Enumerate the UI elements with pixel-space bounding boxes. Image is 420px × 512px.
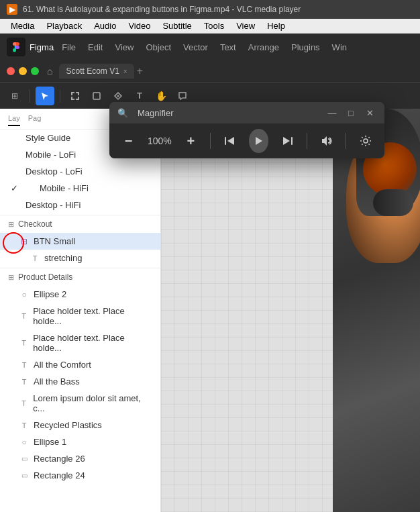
vlc-prev-button[interactable] bbox=[221, 131, 238, 151]
traffic-light-yellow[interactable] bbox=[19, 67, 27, 75]
sidebar-item-label: All the Comfort bbox=[34, 360, 91, 370]
figma-brand-label: Figma bbox=[30, 42, 54, 52]
svg-rect-10 bbox=[225, 137, 226, 145]
vlc-controls-bar: − 100% + bbox=[109, 123, 384, 158]
layers-tab[interactable]: Lay bbox=[8, 111, 20, 126]
sidebar-item-label: stretching bbox=[44, 253, 82, 263]
text-icon: T bbox=[19, 399, 29, 407]
traffic-light-red[interactable] bbox=[7, 67, 15, 75]
sidebar-item-label: Style Guide bbox=[25, 133, 70, 143]
vlc-zoom-percentage: 100% bbox=[148, 136, 172, 146]
vlc-plus-button[interactable]: + bbox=[182, 131, 199, 151]
vlc-play-button[interactable] bbox=[249, 129, 269, 153]
figma-toolbar: Figma File Edit View Object Vector Text … bbox=[0, 34, 420, 60]
sidebar-item-placeholder-2[interactable]: T Place holder text. Place holde... bbox=[0, 329, 160, 356]
sidebar-item-ellipse-2[interactable]: ○ Ellipse 2 bbox=[0, 286, 160, 303]
tab-bar: ⌂ Scott Ecom V1 × + bbox=[0, 60, 420, 82]
text-icon: T bbox=[19, 339, 29, 347]
menu-video[interactable]: Video bbox=[123, 19, 156, 32]
group-product-details-label: Product Details bbox=[18, 272, 72, 282]
ellipse-icon: ○ bbox=[19, 438, 30, 447]
sidebar-item-desktop-hifi[interactable]: Desktop - HiFi bbox=[0, 197, 160, 213]
figma-menu-vector[interactable]: Vector bbox=[179, 40, 212, 55]
figma-menu-arrange[interactable]: Arrange bbox=[244, 40, 283, 55]
sidebar-item-label: Desktop - LoFi bbox=[25, 166, 83, 176]
shape-tool-button[interactable] bbox=[87, 87, 106, 105]
sidebar-item-label: Desktop - HiFi bbox=[25, 200, 81, 210]
menu-media[interactable]: Media bbox=[5, 19, 40, 32]
component-icon: ⊟ bbox=[19, 237, 30, 246]
tab-name: Scott Ecom V1 bbox=[66, 66, 119, 76]
sidebar-item-all-bass[interactable]: T All the Bass bbox=[0, 373, 160, 390]
sidebar-item-mobile-hifi[interactable]: Mobile - HiFi bbox=[0, 180, 160, 197]
text-icon: T bbox=[19, 378, 30, 386]
svg-point-12 bbox=[364, 139, 368, 143]
sidebar-item-label: All the Bass bbox=[34, 376, 80, 387]
tool-separator-1 bbox=[30, 89, 30, 103]
menu-playback[interactable]: Playback bbox=[41, 19, 87, 32]
figma-menu-edit[interactable]: Edit bbox=[84, 40, 107, 55]
figma-menu-view[interactable]: View bbox=[111, 40, 138, 55]
sidebar-item-btn-small[interactable]: ⊟ BTN Small bbox=[0, 233, 160, 250]
ellipse-icon: ○ bbox=[19, 290, 30, 299]
group-checkout-label: Checkout bbox=[18, 219, 52, 229]
home-icon[interactable]: ⌂ bbox=[47, 66, 52, 76]
tab-close-button[interactable]: × bbox=[123, 68, 127, 75]
figma-menu-file[interactable]: File bbox=[58, 40, 80, 55]
sidebar-item-rectangle-24[interactable]: ▭ Rectangle 24 bbox=[0, 467, 160, 484]
rectangle-icon: ▭ bbox=[19, 472, 30, 479]
sidebar-item-all-comfort[interactable]: T All the Comfort bbox=[0, 356, 160, 373]
main-layout: Lay Pag Style Guide Mobile - LoFi Deskto… bbox=[0, 109, 420, 512]
text-icon: T bbox=[19, 312, 29, 320]
sidebar-item-recycled-plastics[interactable]: T Recycled Plastics bbox=[0, 417, 160, 433]
tab-add-button[interactable]: + bbox=[137, 65, 143, 77]
rectangle-icon: ▭ bbox=[19, 455, 30, 462]
sidebar-item-rectangle-26[interactable]: ▭ Rectangle 26 bbox=[0, 450, 160, 467]
vlc-magnifier-title-bar: 🔍 Magnifier — □ ✕ bbox=[109, 102, 384, 123]
vlc-minimize-button[interactable]: — bbox=[325, 106, 339, 119]
figma-menu-plugins[interactable]: Plugins bbox=[287, 40, 324, 55]
canvas-area[interactable] bbox=[161, 109, 420, 512]
figma-tab[interactable]: Scott Ecom V1 × bbox=[59, 64, 134, 79]
vlc-separator-2 bbox=[307, 133, 307, 149]
sidebar-item-stretching[interactable]: T stretching bbox=[0, 250, 160, 266]
os-menu-bar: Media Playback Audio Video Subtitle Tool… bbox=[0, 19, 420, 34]
sidebar-item-desktop-lofi[interactable]: Desktop - LoFi bbox=[0, 163, 160, 180]
vlc-volume-button[interactable] bbox=[318, 131, 335, 151]
menu-audio[interactable]: Audio bbox=[89, 19, 121, 32]
text-icon: T bbox=[30, 254, 40, 262]
traffic-light-green[interactable] bbox=[31, 67, 39, 75]
vlc-magnifier-title: Magnifier bbox=[138, 108, 320, 118]
sidebar-item-placeholder-1[interactable]: T Place holder text. Place holde... bbox=[0, 303, 160, 329]
figma-menu-object[interactable]: Object bbox=[142, 40, 175, 55]
pages-tab[interactable]: Pag bbox=[28, 111, 42, 126]
vlc-maximize-button[interactable]: □ bbox=[344, 106, 358, 119]
vlc-settings-button[interactable] bbox=[357, 131, 374, 151]
menu-subtitle[interactable]: Subtitle bbox=[157, 19, 197, 32]
figma-menu-win[interactable]: Win bbox=[328, 40, 351, 55]
sidebar-item-ellipse-1[interactable]: ○ Ellipse 1 bbox=[0, 433, 160, 450]
traffic-lights bbox=[7, 67, 39, 75]
move-tool-button[interactable] bbox=[36, 87, 54, 105]
menu-tools[interactable]: Tools bbox=[199, 19, 229, 32]
vlc-close-button[interactable]: ✕ bbox=[363, 106, 376, 119]
vlc-minus-button[interactable]: − bbox=[120, 131, 137, 151]
layers-tool-button[interactable]: ⊞ bbox=[5, 87, 24, 105]
vlc-separator-1 bbox=[210, 133, 211, 149]
sidebar-item-label: Ellipse 2 bbox=[34, 289, 66, 299]
group-product-details-icon: ⊞ bbox=[8, 273, 14, 282]
group-product-details[interactable]: ⊞ Product Details bbox=[0, 268, 160, 286]
sidebar-item-label: Mobile - LoFi bbox=[25, 150, 76, 160]
sidebar-item-lorem-ipsum[interactable]: T Lorem ipsum dolor sit amet, c... bbox=[0, 390, 160, 417]
window-title: 61. What is Autolayout & expanding butto… bbox=[23, 5, 301, 14]
menu-view[interactable]: View bbox=[231, 19, 260, 32]
figma-logo[interactable] bbox=[7, 38, 25, 56]
figma-menu-text[interactable]: Text bbox=[216, 40, 240, 55]
svg-rect-8 bbox=[93, 93, 100, 99]
menu-help[interactable]: Help bbox=[262, 19, 291, 32]
frame-tool-button[interactable] bbox=[66, 87, 85, 105]
sidebar-item-label: Rectangle 26 bbox=[34, 454, 85, 464]
vlc-next-button[interactable] bbox=[279, 131, 296, 151]
group-checkout[interactable]: ⊞ Checkout bbox=[0, 215, 160, 233]
sidebar-item-label: Recycled Plastics bbox=[34, 420, 102, 430]
